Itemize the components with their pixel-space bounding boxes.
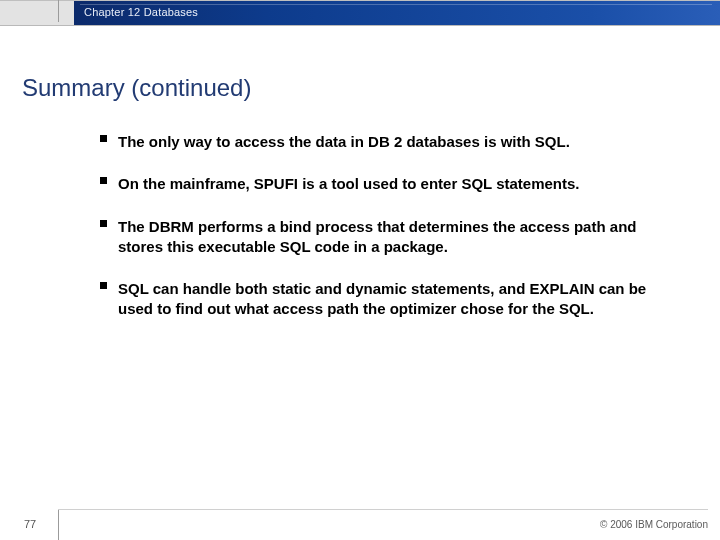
list-item: The DBRM performs a bind process that de… (100, 217, 660, 258)
bullet-list: The only way to access the data in DB 2 … (100, 132, 660, 342)
copyright-text: © 2006 IBM Corporation (600, 519, 708, 530)
list-item: On the mainframe, SPUFI is a tool used t… (100, 174, 660, 194)
footer-rule (58, 509, 708, 510)
header-top-rule (0, 0, 720, 1)
header-inner-rule (80, 4, 712, 5)
header-gray-block (0, 0, 75, 26)
header-bottom-rule (0, 25, 720, 26)
header-vertical-tick (58, 0, 59, 22)
list-item-text: The DBRM performs a bind process that de… (118, 218, 636, 255)
page-number: 77 (24, 518, 36, 530)
list-item: The only way to access the data in DB 2 … (100, 132, 660, 152)
square-bullet-icon (100, 177, 107, 184)
square-bullet-icon (100, 135, 107, 142)
list-item: SQL can handle both static and dynamic s… (100, 279, 660, 320)
square-bullet-icon (100, 220, 107, 227)
list-item-text: On the mainframe, SPUFI is a tool used t… (118, 175, 580, 192)
footer-vertical-tick (58, 510, 59, 540)
square-bullet-icon (100, 282, 107, 289)
slide: Chapter 12 Databases Summary (continued)… (0, 0, 720, 540)
list-item-text: SQL can handle both static and dynamic s… (118, 280, 646, 317)
page-title: Summary (continued) (22, 74, 251, 102)
chapter-label: Chapter 12 Databases (84, 6, 198, 18)
header-band: Chapter 12 Databases (0, 0, 720, 34)
list-item-text: The only way to access the data in DB 2 … (118, 133, 570, 150)
